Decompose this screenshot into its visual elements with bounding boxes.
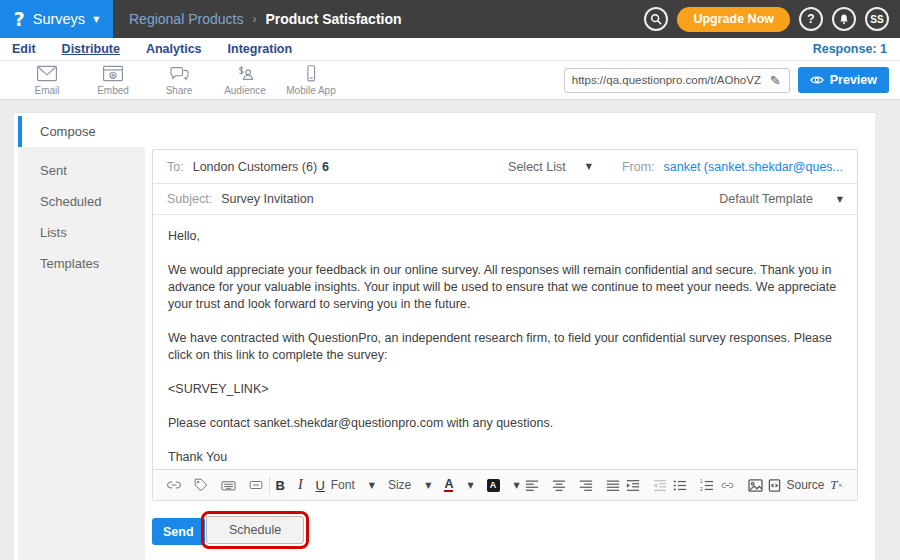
chevron-down-icon: ▼ xyxy=(425,481,431,490)
audience-icon xyxy=(234,65,256,82)
chevron-down-icon: ▼ xyxy=(467,481,473,490)
align-justify-icon[interactable] xyxy=(606,479,620,492)
tab-edit[interactable]: Edit xyxy=(12,42,36,56)
to-row: To: London Customers (6) 6 Select List ▼… xyxy=(153,150,857,184)
subject-row: Subject: Survey Invitation Default Templ… xyxy=(153,184,857,215)
embed-icon xyxy=(102,65,124,82)
chevron-down-icon: ▼ xyxy=(93,15,99,24)
help-button[interactable]: ? xyxy=(799,7,823,31)
tab-integration[interactable]: Integration xyxy=(228,42,293,56)
edit-url-icon[interactable]: ✎ xyxy=(768,73,789,88)
template-dropdown[interactable]: Default Template ▼ xyxy=(719,192,843,206)
from-value[interactable]: sanket (sanket.shekdar@ques... xyxy=(664,160,843,174)
underline-button[interactable]: U xyxy=(316,478,325,493)
distribute-channel-bar: Email Embed Share Audience Mobile App ✎ … xyxy=(0,61,900,100)
channel-mobile-app[interactable]: Mobile App xyxy=(278,65,344,96)
response-count[interactable]: Response: 1 xyxy=(813,42,900,56)
sidebar-item-lists[interactable]: Lists xyxy=(18,217,145,248)
chevron-down-icon: ▼ xyxy=(514,481,520,490)
top-header: ? Surveys ▼ Regional Products › Product … xyxy=(0,0,900,38)
remove-format-icon[interactable]: T× xyxy=(830,477,843,493)
survey-nav-tabs: Edit Distribute Analytics Integration Re… xyxy=(0,38,900,61)
italic-button[interactable]: I xyxy=(298,477,303,493)
numbered-list-icon[interactable]: 12 xyxy=(700,479,714,492)
questionpro-logo-icon: ? xyxy=(14,8,25,30)
subject-value[interactable]: Survey Invitation xyxy=(221,192,313,206)
app-menu-label: Surveys xyxy=(33,11,85,27)
avatar[interactable]: SS xyxy=(865,7,889,31)
search-icon xyxy=(650,13,662,25)
breadcrumb-separator-icon: › xyxy=(252,12,256,26)
indent-icon[interactable] xyxy=(626,479,640,492)
compose-form: To: London Customers (6) 6 Select List ▼… xyxy=(152,149,858,501)
notifications-button[interactable] xyxy=(832,7,856,31)
sidebar-item-sent[interactable]: Sent xyxy=(18,155,145,186)
survey-url-box[interactable]: ✎ xyxy=(564,68,790,93)
editor-toolbar: B I U Font▼ Size▼ A▼ A▼ 1 xyxy=(153,469,857,500)
channel-embed[interactable]: Embed xyxy=(80,65,146,96)
sidebar-item-templates[interactable]: Templates xyxy=(18,248,145,279)
insert-link-icon[interactable] xyxy=(720,479,735,492)
body-paragraph: <SURVEY_LINK> xyxy=(168,381,842,398)
survey-link-icon[interactable] xyxy=(167,478,181,492)
avatar-initials: SS xyxy=(870,14,883,25)
product-switcher[interactable]: ? Surveys ▼ xyxy=(0,0,113,38)
channel-share[interactable]: Share xyxy=(146,65,212,96)
body-paragraph: We have contracted with QuestionPro, an … xyxy=(168,330,842,364)
align-left-icon[interactable] xyxy=(525,479,539,492)
select-list-dropdown[interactable]: Select List ▼ xyxy=(508,160,592,174)
body-paragraph: We would appreciate your feedback in our… xyxy=(168,262,842,313)
insert-button-icon[interactable] xyxy=(249,479,263,491)
tab-distribute[interactable]: Distribute xyxy=(62,42,120,56)
insert-image-icon[interactable] xyxy=(748,479,763,492)
chevron-down-icon: ▼ xyxy=(369,481,375,490)
channel-email[interactable]: Email xyxy=(14,65,80,96)
from-label: From: xyxy=(622,160,655,174)
source-icon xyxy=(768,479,781,492)
source-button[interactable]: Source xyxy=(768,478,824,492)
toolbar-separator xyxy=(269,477,270,494)
preview-button[interactable]: Preview xyxy=(798,67,889,93)
breadcrumb-current: Product Satisfaction xyxy=(265,11,401,27)
send-button[interactable]: Send xyxy=(152,518,205,545)
survey-url-area: ✎ Preview xyxy=(564,67,900,93)
question-mark-icon: ? xyxy=(807,12,814,26)
align-right-icon[interactable] xyxy=(579,479,593,492)
email-body-editor[interactable]: Hello, We would appreciate your feedback… xyxy=(153,215,857,469)
eye-icon xyxy=(810,75,824,85)
tab-analytics[interactable]: Analytics xyxy=(146,42,202,56)
from-group: From: sanket (sanket.shekdar@ques... xyxy=(622,160,843,174)
channel-audience[interactable]: Audience xyxy=(212,65,278,96)
subject-label: Subject: xyxy=(167,192,212,206)
sidebar-item-scheduled[interactable]: Scheduled xyxy=(18,186,145,217)
survey-url-input[interactable] xyxy=(565,74,768,86)
body-paragraph: Thank You xyxy=(168,449,842,466)
body-paragraph: Please contact sanket.shekdar@questionpr… xyxy=(168,415,842,432)
sidebar-item-compose[interactable]: Compose xyxy=(18,116,145,147)
chevron-down-icon: ▼ xyxy=(837,195,843,204)
to-value[interactable]: London Customers (6) xyxy=(193,160,317,174)
breadcrumb: Regional Products › Product Satisfaction xyxy=(129,11,402,27)
recipient-count[interactable]: 6 xyxy=(322,160,329,174)
to-label: To: xyxy=(167,160,184,174)
align-center-icon[interactable] xyxy=(552,479,566,492)
schedule-highlight-ring: Schedule xyxy=(201,511,309,549)
font-dropdown[interactable]: Font▼ xyxy=(331,478,375,492)
bell-icon xyxy=(838,13,850,25)
body-paragraph: Hello, xyxy=(168,228,842,245)
size-dropdown[interactable]: Size▼ xyxy=(388,478,432,492)
header-actions: Upgrade Now ? SS xyxy=(644,7,900,32)
schedule-button[interactable]: Schedule xyxy=(206,516,304,544)
bullet-list-icon[interactable] xyxy=(673,479,687,492)
keyboard-icon[interactable] xyxy=(221,479,236,492)
email-sidebar: Sent Scheduled Lists Templates xyxy=(18,147,145,560)
search-button[interactable] xyxy=(644,7,668,31)
svg-text:2: 2 xyxy=(700,486,703,491)
outdent-icon[interactable] xyxy=(653,479,667,492)
upgrade-now-button[interactable]: Upgrade Now xyxy=(677,7,790,32)
bold-button[interactable]: B xyxy=(276,478,285,493)
text-color-button[interactable]: A▼ xyxy=(444,478,473,492)
background-color-button[interactable]: A▼ xyxy=(487,479,520,492)
breadcrumb-parent[interactable]: Regional Products xyxy=(129,11,243,27)
tag-merge-field-icon[interactable] xyxy=(194,478,208,492)
